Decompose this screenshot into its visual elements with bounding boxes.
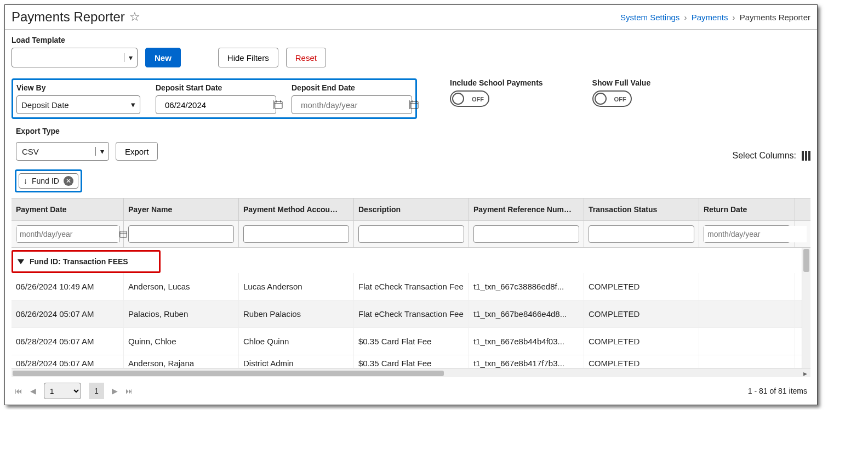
collapse-icon[interactable] (18, 259, 24, 264)
table-cell: Palacios, Ruben (124, 300, 239, 327)
pager-page-select[interactable]: 1 (44, 383, 81, 399)
caret-down-icon: ▾ (131, 100, 135, 110)
breadcrumb: System Settings › Payments › Payments Re… (620, 13, 810, 22)
group-chip-label: Fund ID (32, 177, 59, 185)
grid-filter-row (12, 221, 810, 248)
table-cell: COMPLETED (584, 273, 699, 300)
filter-description[interactable] (358, 225, 464, 243)
table-cell: 06/28/2024 05:07 AM (12, 328, 124, 355)
table-cell: $0.35 Card Flat Fee (354, 355, 469, 368)
col-payment-reference-number[interactable]: Payment Reference Num… (469, 198, 584, 220)
toggle-value: OFF (472, 96, 484, 103)
table-cell: Lucas Anderson (239, 273, 354, 300)
table-cell: Flat eCheck Transaction Fee (354, 273, 469, 300)
table-cell: Quinn, Chloe (124, 328, 239, 355)
breadcrumb-current: Payments Reporter (740, 13, 810, 22)
pager-prev-icon[interactable]: ◀ (30, 387, 36, 395)
table-cell: COMPLETED (584, 355, 699, 368)
columns-icon[interactable] (802, 151, 810, 161)
table-cell: 06/28/2024 05:07 AM (12, 355, 124, 368)
grid-header: Payment Date Payer Name Payment Method A… (12, 198, 810, 221)
table-cell: t1_txn_667e8b44b4f03... (469, 328, 584, 355)
deposit-start-date-input[interactable] (156, 95, 276, 114)
pager-next-icon[interactable]: ▶ (112, 387, 118, 395)
filter-payment-reference[interactable] (473, 225, 579, 243)
export-type-label: Export Type (16, 127, 158, 135)
horizontal-scrollbar[interactable]: ▸ (12, 368, 810, 377)
filter-payment-date[interactable] (16, 225, 119, 243)
remove-chip-icon[interactable]: ✕ (64, 176, 73, 186)
table-cell (699, 355, 795, 368)
filter-payer-name[interactable] (128, 225, 234, 243)
table-cell: COMPLETED (584, 300, 699, 327)
vertical-scrollbar[interactable] (802, 248, 810, 368)
export-type-select[interactable]: CSV ▾ (16, 142, 109, 161)
col-payer-name[interactable]: Payer Name (124, 198, 239, 220)
include-school-toggle[interactable]: OFF (450, 90, 489, 107)
filter-transaction-status[interactable] (589, 225, 694, 243)
table-cell (699, 300, 795, 327)
scroll-right-icon[interactable]: ▸ (800, 369, 810, 378)
table-cell: Anderson, Lucas (124, 273, 239, 300)
table-cell: 06/26/2024 10:49 AM (12, 273, 124, 300)
deposit-start-label: Deposit Start Date (156, 83, 276, 92)
col-return-date[interactable]: Return Date (699, 198, 795, 220)
table-cell (699, 273, 795, 300)
filter-payment-date-input[interactable] (16, 226, 119, 242)
page-title: Payments Reporter (12, 9, 125, 25)
table-row[interactable]: 06/28/2024 05:07 AMAnderson, RajanaDistr… (12, 355, 810, 368)
group-header-row[interactable]: Fund ID: Transaction FEES (12, 250, 161, 273)
export-type-value: CSV (16, 147, 95, 156)
table-cell: t1_txn_667be8466e4d8... (469, 300, 584, 327)
svg-rect-0 (275, 101, 282, 109)
favorite-star-icon[interactable]: ☆ (129, 10, 140, 24)
view-by-select[interactable]: Deposit Date ▾ (16, 95, 140, 114)
view-by-value: Deposit Date (21, 100, 69, 110)
col-payment-method-account[interactable]: Payment Method Accou… (239, 198, 354, 220)
deposit-start-date-value[interactable] (161, 100, 273, 110)
deposit-end-date-value[interactable] (296, 100, 409, 110)
deposit-end-date-input[interactable] (292, 95, 412, 114)
pager-current-page: 1 (89, 383, 104, 399)
breadcrumb-system-settings[interactable]: System Settings (620, 13, 679, 22)
table-cell: t1_txn_667c38886ed8f... (469, 273, 584, 300)
show-full-value-toggle[interactable]: OFF (592, 90, 632, 107)
chevron-right-icon: › (684, 13, 687, 22)
include-school-label: Include School Payments (450, 78, 543, 87)
svg-rect-4 (410, 101, 418, 109)
table-cell: Flat eCheck Transaction Fee (354, 300, 469, 327)
table-cell (699, 328, 795, 355)
pager-last-icon[interactable]: ⏭ (125, 387, 133, 395)
toggle-value: OFF (614, 96, 626, 103)
col-description[interactable]: Description (354, 198, 469, 220)
table-cell: District Admin (239, 355, 354, 368)
reset-button[interactable]: Reset (286, 48, 326, 67)
filter-return-date-input[interactable] (704, 226, 807, 242)
view-by-label: View By (16, 83, 140, 92)
new-button[interactable]: New (145, 48, 181, 67)
table-cell: $0.35 Card Flat Fee (354, 328, 469, 355)
load-template-select[interactable]: ▾ (12, 48, 138, 67)
hide-filters-button[interactable]: Hide Filters (218, 48, 278, 67)
table-row[interactable]: 06/26/2024 05:07 AMPalacios, RubenRuben … (12, 300, 810, 328)
filter-return-date[interactable] (704, 225, 790, 243)
table-cell: Anderson, Rajana (124, 355, 239, 368)
table-cell: COMPLETED (584, 328, 699, 355)
group-by-chip[interactable]: ↓ Fund ID ✕ (19, 173, 78, 189)
chevron-right-icon: › (733, 13, 735, 22)
select-columns-label: Select Columns: (733, 151, 797, 161)
pager-first-icon[interactable]: ⏮ (15, 387, 22, 395)
breadcrumb-payments[interactable]: Payments (692, 13, 728, 22)
caret-down-icon: ▾ (124, 53, 137, 62)
date-filter-highlight: View By Deposit Date ▾ Deposit Start Dat… (12, 78, 417, 119)
col-transaction-status[interactable]: Transaction Status (584, 198, 699, 220)
calendar-icon[interactable] (409, 100, 419, 109)
deposit-end-label: Deposit End Date (292, 83, 412, 92)
calendar-icon[interactable] (273, 100, 283, 109)
table-row[interactable]: 06/26/2024 10:49 AMAnderson, LucasLucas … (12, 273, 810, 300)
export-button[interactable]: Export (116, 142, 158, 161)
table-cell: Ruben Palacios (239, 300, 354, 327)
table-row[interactable]: 06/28/2024 05:07 AMQuinn, ChloeChloe Qui… (12, 328, 810, 355)
col-payment-date[interactable]: Payment Date (12, 198, 124, 220)
filter-payment-method-account[interactable] (243, 225, 349, 243)
